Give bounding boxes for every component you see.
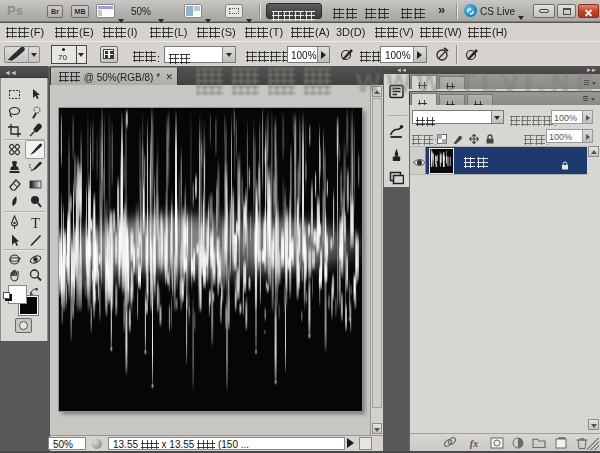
svg-text:T: T [31,216,40,231]
svg-text:fx: fx [470,438,478,449]
